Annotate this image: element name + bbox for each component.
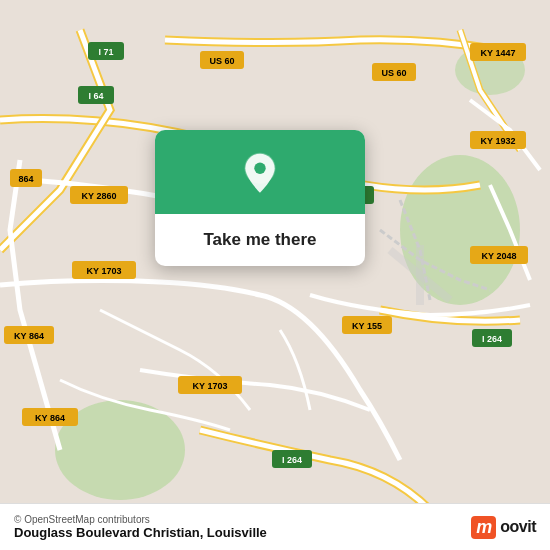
svg-text:I 264: I 264 — [282, 455, 302, 465]
svg-text:US 60: US 60 — [209, 56, 234, 66]
svg-text:KY 2048: KY 2048 — [482, 251, 517, 261]
map-svg: I 71 I 64 US 60 US 60 KY 1447 KY 1932 86… — [0, 0, 550, 550]
popup-card: Take me there — [155, 130, 365, 266]
svg-text:I 264: I 264 — [482, 334, 502, 344]
moovit-text: oovit — [500, 518, 536, 536]
svg-text:KY 864: KY 864 — [35, 413, 65, 423]
take-me-there-button[interactable]: Take me there — [155, 214, 365, 266]
svg-text:US 60: US 60 — [381, 68, 406, 78]
popup-top — [155, 130, 365, 214]
svg-text:KY 1932: KY 1932 — [481, 136, 516, 146]
location-name: Douglass Boulevard Christian, Louisville — [14, 525, 267, 540]
svg-text:KY 864: KY 864 — [14, 331, 44, 341]
svg-text:KY 2860: KY 2860 — [82, 191, 117, 201]
bottom-left: © OpenStreetMap contributors Douglass Bo… — [14, 514, 267, 540]
location-pin-icon — [238, 152, 282, 196]
svg-text:864: 864 — [18, 174, 33, 184]
osm-credit: © OpenStreetMap contributors — [14, 514, 267, 525]
map-container: I 71 I 64 US 60 US 60 KY 1447 KY 1932 86… — [0, 0, 550, 550]
svg-text:I 71: I 71 — [98, 47, 113, 57]
moovit-m-letter: m — [471, 516, 496, 539]
svg-point-41 — [254, 163, 265, 174]
svg-text:KY 155: KY 155 — [352, 321, 382, 331]
svg-text:I 64: I 64 — [88, 91, 103, 101]
svg-text:KY 1703: KY 1703 — [87, 266, 122, 276]
svg-text:KY 1447: KY 1447 — [481, 48, 516, 58]
svg-text:KY 1703: KY 1703 — [193, 381, 228, 391]
bottom-bar: © OpenStreetMap contributors Douglass Bo… — [0, 503, 550, 550]
moovit-logo: m oovit — [471, 516, 536, 539]
